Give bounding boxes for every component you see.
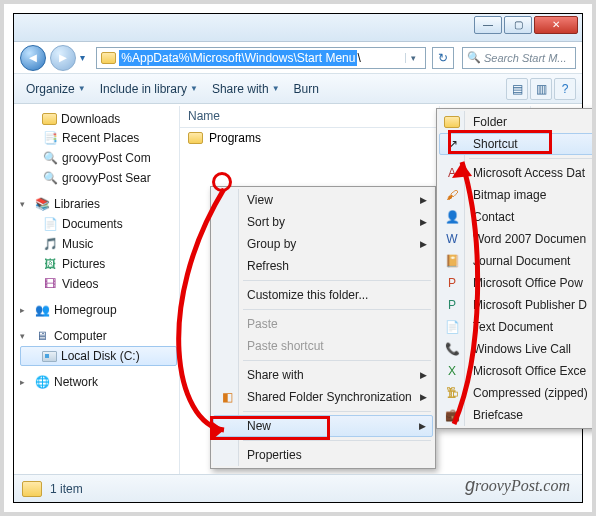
drive-icon bbox=[42, 351, 57, 362]
caret-down-icon: ▼ bbox=[78, 84, 86, 93]
menu-item-new-bitmap[interactable]: 🖌Bitmap image bbox=[439, 184, 596, 206]
sidebar-item-downloads[interactable]: Downloads bbox=[20, 110, 177, 128]
menu-item-new-word[interactable]: WWord 2007 Documen bbox=[439, 228, 596, 250]
search-placeholder: Search Start M... bbox=[484, 52, 567, 64]
caret-down-icon: ▼ bbox=[190, 84, 198, 93]
sidebar-item-videos[interactable]: 🎞Videos bbox=[20, 274, 177, 294]
menu-item-paste: Paste bbox=[213, 313, 433, 335]
word-icon: W bbox=[444, 232, 460, 246]
menu-item-refresh[interactable]: Refresh bbox=[213, 255, 433, 277]
menu-item-new-excel[interactable]: XMicrosoft Office Exce bbox=[439, 360, 596, 382]
network-icon: 🌐 bbox=[34, 374, 50, 390]
powerpoint-icon: P bbox=[444, 276, 460, 290]
status-bar: 1 item bbox=[14, 474, 582, 502]
include-in-library-menu[interactable]: Include in library ▼ bbox=[94, 79, 204, 99]
forward-button[interactable]: ► bbox=[50, 45, 76, 71]
briefcase-icon: 💼 bbox=[444, 408, 460, 422]
menu-item-new-briefcase[interactable]: 💼Briefcase bbox=[439, 404, 596, 426]
publisher-icon: P bbox=[444, 298, 460, 312]
close-button[interactable]: ✕ bbox=[534, 16, 578, 34]
sidebar-item-gp-com[interactable]: 🔍groovyPost Com bbox=[20, 148, 177, 168]
folder-icon bbox=[42, 113, 57, 125]
minimize-button[interactable]: — bbox=[474, 16, 502, 34]
file-name: Programs bbox=[209, 131, 261, 145]
caret-right-icon: ▸ bbox=[20, 305, 30, 315]
menu-item-new-text[interactable]: 📄Text Document bbox=[439, 316, 596, 338]
refresh-button[interactable]: ↻ bbox=[432, 47, 454, 69]
share-with-menu[interactable]: Share with ▼ bbox=[206, 79, 286, 99]
address-dropdown-icon[interactable]: ▾ bbox=[405, 53, 421, 63]
sidebar-item-pictures[interactable]: 🖼Pictures bbox=[20, 254, 177, 274]
menu-item-new-zip[interactable]: 🗜Compressed (zipped) bbox=[439, 382, 596, 404]
menu-item-new-access[interactable]: AMicrosoft Access Dat bbox=[439, 162, 596, 184]
menu-item-new-powerpoint[interactable]: PMicrosoft Office Pow bbox=[439, 272, 596, 294]
livecall-icon: 📞 bbox=[444, 342, 460, 356]
caret-right-icon: ▸ bbox=[20, 377, 30, 387]
zip-icon: 🗜 bbox=[444, 386, 460, 400]
menu-item-new-journal[interactable]: 📔Journal Document bbox=[439, 250, 596, 272]
contact-icon: 👤 bbox=[444, 210, 460, 224]
text-icon: 📄 bbox=[444, 320, 460, 334]
folder-icon bbox=[188, 132, 203, 144]
caret-down-icon: ▾ bbox=[20, 331, 30, 341]
sidebar-group-computer[interactable]: ▾🖥Computer bbox=[20, 326, 177, 346]
address-bar[interactable]: %AppData%\Microsoft\Windows\Start Menu\ … bbox=[96, 47, 426, 69]
maximize-button[interactable]: ▢ bbox=[504, 16, 532, 34]
nav-history-caret[interactable]: ▾ bbox=[80, 52, 92, 63]
excel-icon: X bbox=[444, 364, 460, 378]
menu-item-group-by[interactable]: Group by▶ bbox=[213, 233, 433, 255]
access-icon: A bbox=[444, 166, 460, 180]
menu-item-new-livecall[interactable]: 📞Windows Live Call bbox=[439, 338, 596, 360]
bitmap-icon: 🖌 bbox=[444, 188, 460, 202]
folder-icon bbox=[22, 481, 42, 497]
sidebar-item-gp-search[interactable]: 🔍groovyPost Sear bbox=[20, 168, 177, 188]
menu-item-customize[interactable]: Customize this folder... bbox=[213, 284, 433, 306]
column-name[interactable]: Name bbox=[180, 106, 440, 127]
homegroup-icon: 👥 bbox=[34, 302, 50, 318]
context-menu-main: View▶ Sort by▶ Group by▶ Refresh Customi… bbox=[210, 186, 436, 469]
view-options-button[interactable]: ▤ bbox=[506, 78, 528, 100]
organize-menu[interactable]: Organize ▼ bbox=[20, 79, 92, 99]
menu-item-new[interactable]: New▶ bbox=[213, 415, 433, 437]
sidebar-item-music[interactable]: 🎵Music bbox=[20, 234, 177, 254]
sidebar-item-documents[interactable]: 📄Documents bbox=[20, 214, 177, 234]
caret-down-icon: ▾ bbox=[20, 199, 30, 209]
sidebar-group-network[interactable]: ▸🌐Network bbox=[20, 372, 177, 392]
search-input[interactable]: 🔍 Search Start M... bbox=[462, 47, 576, 69]
menu-item-new-publisher[interactable]: PMicrosoft Publisher D bbox=[439, 294, 596, 316]
sync-icon: ◧ bbox=[219, 390, 235, 404]
pictures-icon: 🖼 bbox=[42, 256, 58, 272]
sidebar-item-recent[interactable]: 📑Recent Places bbox=[20, 128, 177, 148]
window-titlebar: — ▢ ✕ bbox=[14, 14, 582, 42]
navigation-pane: Downloads 📑Recent Places 🔍groovyPost Com… bbox=[14, 106, 180, 474]
sidebar-group-homegroup[interactable]: ▸👥Homegroup bbox=[20, 300, 177, 320]
search-icon: 🔍 bbox=[467, 51, 481, 64]
menu-item-share-with[interactable]: Share with▶ bbox=[213, 364, 433, 386]
caret-down-icon: ▼ bbox=[272, 84, 280, 93]
command-bar: Organize ▼ Include in library ▼ Share wi… bbox=[14, 74, 582, 104]
menu-item-sort-by[interactable]: Sort by▶ bbox=[213, 211, 433, 233]
context-menu-new: Folder ↗Shortcut AMicrosoft Access Dat 🖌… bbox=[436, 108, 596, 429]
menu-item-new-folder[interactable]: Folder bbox=[439, 111, 596, 133]
address-path-selected: %AppData%\Microsoft\Windows\Start Menu bbox=[119, 50, 357, 66]
submenu-arrow-icon: ▶ bbox=[420, 217, 427, 227]
menu-item-view[interactable]: View▶ bbox=[213, 189, 433, 211]
help-button[interactable]: ? bbox=[554, 78, 576, 100]
preview-pane-button[interactable]: ▥ bbox=[530, 78, 552, 100]
menu-item-properties[interactable]: Properties bbox=[213, 444, 433, 466]
shortcut-icon: ↗ bbox=[445, 137, 461, 151]
sidebar-item-local-disk[interactable]: Local Disk (C:) bbox=[20, 346, 177, 366]
menu-item-new-shortcut[interactable]: ↗Shortcut bbox=[439, 133, 596, 155]
burn-button[interactable]: Burn bbox=[288, 79, 325, 99]
videos-icon: 🎞 bbox=[42, 276, 58, 292]
submenu-arrow-icon: ▶ bbox=[420, 195, 427, 205]
sidebar-group-libraries[interactable]: ▾📚Libraries bbox=[20, 194, 177, 214]
navigation-bar: ◄ ► ▾ %AppData%\Microsoft\Windows\Start … bbox=[14, 42, 582, 74]
computer-icon: 🖥 bbox=[34, 328, 50, 344]
menu-item-shared-folder-sync[interactable]: ◧Shared Folder Synchronization▶ bbox=[213, 386, 433, 408]
search-folder-icon: 🔍 bbox=[42, 170, 58, 186]
music-icon: 🎵 bbox=[42, 236, 58, 252]
back-button[interactable]: ◄ bbox=[20, 45, 46, 71]
menu-item-new-contact[interactable]: 👤Contact bbox=[439, 206, 596, 228]
submenu-arrow-icon: ▶ bbox=[420, 392, 427, 402]
